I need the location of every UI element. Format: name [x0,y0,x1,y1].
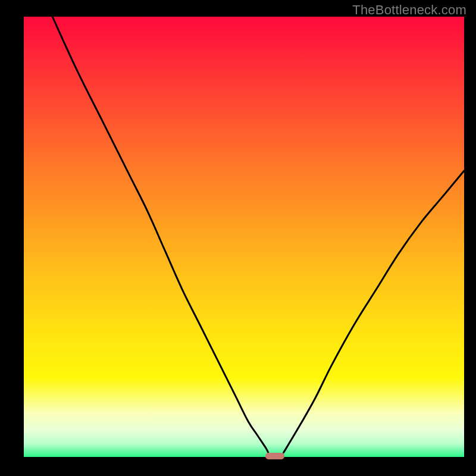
curve-left-branch [52,17,268,453]
bottleneck-curve [24,17,464,457]
watermark-text: TheBottleneck.com [352,2,466,18]
chart-frame: TheBottleneck.com [0,0,476,476]
plot-area [24,17,464,457]
curve-right-branch [284,171,464,453]
optimum-marker [265,453,285,459]
